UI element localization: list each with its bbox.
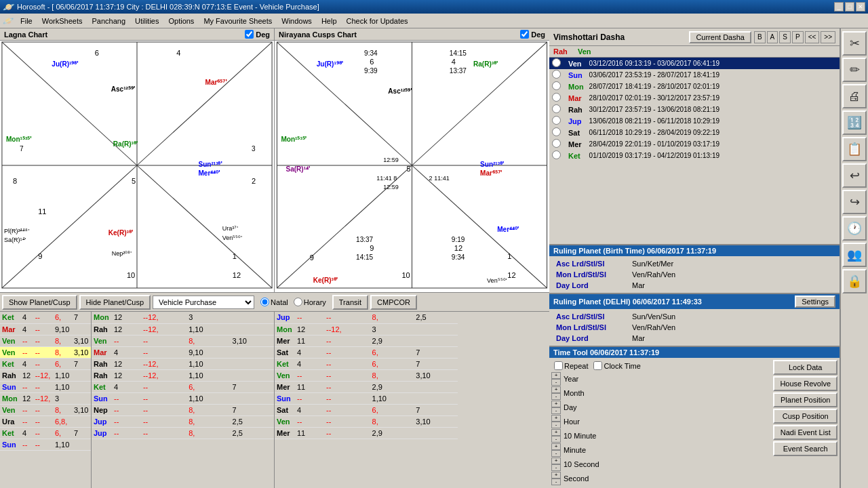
table-row: Ven----8,3,10 <box>0 404 91 415</box>
forward-tool-btn[interactable]: ↪ <box>842 190 867 214</box>
group-tool-btn[interactable]: 👥 <box>842 243 867 267</box>
svg-text:Mon¹⁵³⁵': Mon¹⁵³⁵' <box>6 136 32 143</box>
current-dasha-btn[interactable]: Current Dasha <box>689 31 751 43</box>
lock-tool-btn[interactable]: 🔒 <box>842 269 867 293</box>
nadi-event-list-btn[interactable]: Nadi Event List <box>773 425 837 440</box>
dasha-b-btn[interactable]: B <box>754 31 766 43</box>
planet-table-right: Jup----8,2,5 Mon12--12,3 Mer11--2,9 Sat4… <box>275 312 458 488</box>
ruling-delhi-row: Day Lord Mar <box>553 333 835 343</box>
svg-text:Ke(R)³⁸': Ke(R)³⁸' <box>313 277 338 284</box>
calc-tool-btn[interactable]: 🔢 <box>842 110 867 135</box>
month-plus-btn[interactable]: + <box>551 386 561 393</box>
minute-minus-btn[interactable]: - <box>551 450 561 457</box>
menu-favourite[interactable]: My Favourite Sheets <box>199 16 276 26</box>
dasha-row-ven[interactable]: Ven 03/12/2016 09:13:19 - 03/06/2017 06:… <box>549 58 840 69</box>
back-tool-btn[interactable]: ↩ <box>842 163 867 188</box>
minute-row: + - Minute <box>551 443 769 457</box>
svg-text:12: 12 <box>233 271 241 279</box>
table-row: Sat4--6,7 <box>275 346 458 358</box>
svg-text:9: 9 <box>310 253 314 262</box>
tenminute-plus-btn[interactable]: + <box>551 429 561 436</box>
table-row: Rah12--12,1,10 <box>92 369 274 381</box>
tenminute-minus-btn[interactable]: - <box>551 436 561 443</box>
dasha-row-rah[interactable]: Rah 30/12/2017 23:57:19 - 13/06/2018 08:… <box>549 104 840 115</box>
dasha-a-btn[interactable]: A <box>767 31 778 43</box>
nirayana-deg-checkbox[interactable]: Deg <box>520 30 545 39</box>
hour-plus-btn[interactable]: + <box>551 415 561 422</box>
cusp-position-btn[interactable]: Cusp Position <box>773 409 837 424</box>
edit-tool-btn[interactable]: ✏ <box>842 58 867 82</box>
dasha-row-mer[interactable]: Mer 28/04/2019 22:01:19 - 01/10/2019 03:… <box>549 138 840 150</box>
dasha-s-btn[interactable]: S <box>779 31 791 43</box>
svg-text:6: 6 <box>95 49 99 57</box>
horary-radio-label[interactable]: Horary <box>294 298 326 306</box>
menu-windows[interactable]: Windows <box>277 16 316 26</box>
dasha-title: Vimshottari Dasha <box>553 33 625 42</box>
lock-data-btn[interactable]: Lock Data <box>773 360 837 375</box>
repeat-checkbox[interactable]: Repeat <box>554 361 588 370</box>
lagna-deg-checkbox[interactable]: Deg <box>245 30 270 39</box>
show-planet-cusp-btn[interactable]: Show Planet/Cusp <box>2 295 77 310</box>
table-row: Sun----1,10 <box>275 392 458 404</box>
settings-btn[interactable]: Settings <box>795 296 835 308</box>
svg-text:8: 8 <box>13 177 17 185</box>
event-search-btn[interactable]: Event Search <box>773 441 837 456</box>
dasha-row-sun[interactable]: Sun 03/06/2017 23:53:19 - 28/07/2017 18:… <box>549 69 840 81</box>
menu-file[interactable]: File <box>16 16 37 26</box>
dasha-p-btn[interactable]: P <box>792 31 804 43</box>
print-tool-btn[interactable]: 🖨 <box>842 84 867 108</box>
dasha-row-jup[interactable]: Jup 13/06/2018 08:21:19 - 06/11/2018 10:… <box>549 115 840 127</box>
hide-planet-cusp-btn[interactable]: Hide Planet/Cusp <box>79 295 151 310</box>
table-row: Ket4--6,7 <box>0 358 91 369</box>
cut-tool-btn[interactable]: ✂ <box>842 31 867 56</box>
planet-position-btn[interactable]: Planet Position <box>773 392 837 407</box>
svg-text:1: 1 <box>507 252 511 260</box>
day-plus-btn[interactable]: + <box>551 401 561 407</box>
table-row: Sun----1,10 <box>0 439 91 450</box>
natal-radio-label[interactable]: Natal <box>260 298 288 306</box>
minute-plus-btn[interactable]: + <box>551 443 561 450</box>
tensecond-minus-btn[interactable]: - <box>551 464 561 471</box>
year-plus-btn[interactable]: + <box>551 372 561 379</box>
close-btn[interactable]: ✕ <box>856 2 865 12</box>
table-row: Sat4--6,7 <box>275 404 458 415</box>
svg-text:Ju(R)¹⁹⁸': Ju(R)¹⁹⁸' <box>52 60 78 68</box>
ruling-delhi-title: Ruling Planet (DELHI) 06/06/2017 11:49:3… <box>553 298 702 306</box>
event-dropdown[interactable]: Vehicle Purchase <box>153 296 254 309</box>
clock-time-checkbox[interactable]: Clock Time <box>593 361 640 370</box>
dasha-next-btn[interactable]: >> <box>821 31 835 43</box>
year-minus-btn[interactable]: - <box>551 379 561 386</box>
menu-utilities[interactable]: Utilities <box>131 16 163 26</box>
tensecond-plus-btn[interactable]: + <box>551 458 561 464</box>
transit-btn[interactable]: Transit <box>332 295 368 310</box>
svg-text:Ven⁵⁵⁰': Ven⁵⁵⁰' <box>487 277 507 284</box>
menu-updates[interactable]: Check for Updates <box>342 16 412 26</box>
svg-text:Sa(R)¹⁴': Sa(R)¹⁴' <box>285 165 310 173</box>
dasha-row-ket[interactable]: Ket 01/10/2019 03:17:19 - 04/12/2019 01:… <box>549 150 840 161</box>
house-revolve-btn[interactable]: House Revolve <box>773 376 837 391</box>
minimize-btn[interactable]: _ <box>834 2 844 12</box>
svg-text:Sa(R)¹⁴': Sa(R)¹⁴' <box>4 237 26 243</box>
dasha-prev-btn[interactable]: << <box>805 31 820 43</box>
second-plus-btn[interactable]: + <box>551 472 561 479</box>
dasha-row-sat[interactable]: Sat 06/11/2018 10:29:19 - 28/04/2019 09:… <box>549 127 840 138</box>
cmpcor-btn[interactable]: CMPCOR <box>370 295 417 310</box>
svg-text:13:37: 13:37 <box>450 67 467 75</box>
dasha-row-mon[interactable]: Mon 28/07/2017 18:41:19 - 28/10/2017 02:… <box>549 81 840 92</box>
table-row: Ket4--6,7 <box>0 427 91 439</box>
hour-minus-btn[interactable]: - <box>551 422 561 428</box>
month-minus-btn[interactable]: - <box>551 393 561 400</box>
svg-text:Ura³⁷': Ura³⁷' <box>222 225 239 232</box>
second-minus-btn[interactable]: - <box>551 479 561 485</box>
svg-text:12: 12 <box>507 271 515 279</box>
menu-options[interactable]: Options <box>164 16 198 26</box>
clock-tool-btn[interactable]: 🕐 <box>842 216 867 241</box>
menu-panchang[interactable]: Panchang <box>87 16 130 26</box>
dasha-row-mar[interactable]: Mar 28/10/2017 02:01:19 - 30/12/2017 23:… <box>549 92 840 104</box>
report-tool-btn[interactable]: 📋 <box>842 137 867 161</box>
day-minus-btn[interactable]: - <box>551 407 561 414</box>
svg-text:Sun²¹³⁸': Sun²¹³⁸' <box>480 161 504 168</box>
maximize-btn[interactable]: □ <box>845 2 854 12</box>
menu-help[interactable]: Help <box>317 16 341 26</box>
menu-worksheets[interactable]: WorkSheets <box>38 16 87 26</box>
